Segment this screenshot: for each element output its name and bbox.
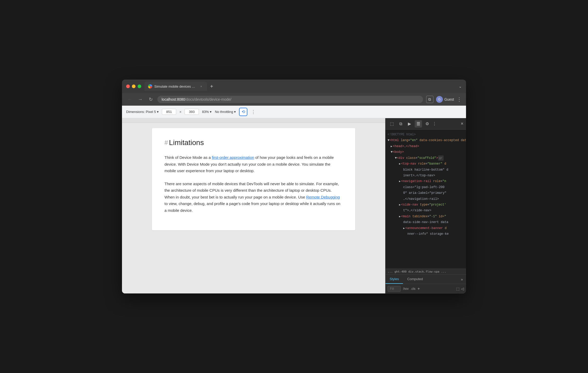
html-tag: <html [389,138,399,143]
avatar-label: Guest [444,97,454,101]
address-bar-actions: ⧉ G Guest ⋮ [426,96,462,103]
throttle-chevron-icon: ▾ [234,110,236,114]
throttle-select[interactable]: No throttling ▾ [215,110,236,114]
height-input[interactable] [185,109,199,115]
collapse-icon[interactable]: ▼ [395,155,397,161]
html-line: ▶ <main tabindex="-1" id=" [387,214,465,219]
device-mode-icon: ⧉ [399,122,402,126]
elements-icon: ☰ [416,121,420,126]
html-line: nner--info" storage-ke [387,231,465,237]
expand-icon[interactable]: ▶ [399,179,401,184]
breadcrumb-text: ... ght-400 div.stack.flow-spa ... [388,270,446,273]
devtools-inspect-button[interactable]: ⬚ [388,120,395,128]
traffic-lights [126,85,141,88]
url-text: localhost:8080/docs/devtools/device-mode… [162,97,231,101]
doctype-text: <!DOCTYPE html> [388,132,416,137]
styles-tab-label: Styles [390,277,399,281]
zoom-select[interactable]: 83% ▾ [202,110,212,114]
new-tab-button[interactable]: + [208,83,215,90]
head-tag: <head> [393,144,404,149]
html-line: t">…</side-nav> [387,208,465,213]
arrow-icon: ▶ [408,121,411,126]
devtools-close-button[interactable]: × [461,121,463,127]
para2-link[interactable]: Remote Debugging [306,195,340,199]
para1-link[interactable]: first-order approximation [212,155,254,160]
html-line: 0" aria-label="primary" [387,190,465,196]
tab-bar: Simulate mobile devices with D × + ⌄ [144,82,462,91]
settings-icon: ⚙ [425,121,429,126]
devtools-device-button[interactable]: ⧉ [397,120,404,128]
html-line: ▶ <side-nav type="project' [387,202,465,208]
html-line: ▶ <navigation-rail role="n [387,178,465,184]
tab-close-button[interactable]: × [199,84,203,88]
active-tab[interactable]: Simulate mobile devices with D × [144,82,207,91]
devtools-settings-button[interactable]: ⚙ [424,120,431,128]
style-filter-input[interactable] [388,286,401,292]
address-bar: ← → ↻ localhost:8080/docs/devtools/devic… [122,93,466,106]
expand-icon[interactable]: ▶ [403,226,405,231]
computed-style-icon[interactable]: ⬚ [456,287,460,291]
forward-button[interactable]: → [137,97,144,102]
heading-text: Limitations [169,139,204,147]
add-style-button[interactable]: + [418,286,420,291]
devtools-arrow-button[interactable]: ▶ [406,120,413,128]
devtools-more-button[interactable]: ⋮ [432,121,437,126]
url-bar[interactable]: localhost:8080/docs/devtools/device-mode… [157,96,423,103]
expand-icon[interactable]: ▶ [391,144,392,149]
simulated-page: # Limitations Think of Device Mode as a … [122,118,385,293]
devtools-html-content: <!DOCTYPE html> ▼ <html lang="en" data-c… [385,130,466,269]
expand-icon[interactable]: ▶ [399,203,401,207]
page-card: # Limitations Think of Device Mode as a … [152,128,355,230]
back-button[interactable]: ← [126,97,133,102]
collapse-icon[interactable]: ▼ [391,149,393,155]
page-paragraph-2: There are some aspects of mobile devices… [164,181,343,214]
html-line: ▼ <html lang="en" data-cookies-accepted … [387,137,465,143]
expand-icon[interactable]: ▶ [399,214,401,219]
hover-filter-button[interactable]: :hov [403,287,409,291]
main-area: # Limitations Think of Device Mode as a … [122,118,466,293]
html-line: ▶ <head> … </head> [387,143,465,149]
collapse-icon[interactable]: ▼ [388,138,389,143]
inspect-icon: ⬚ [390,121,394,126]
html-line: ▶ <announcement-banner d [387,225,465,231]
rotate-button[interactable]: ⟲ [239,108,247,116]
page-paragraph-1: Think of Device Mode as a first-order ap… [164,154,343,174]
device-toolbar-more-button[interactable]: ⋮ [251,109,256,115]
tab-chevron-icon[interactable]: ⌄ [459,84,462,88]
browser-window: Simulate mobile devices with D × + ⌄ ← →… [122,80,466,293]
devtools-elements-tab[interactable]: ☰ [415,120,422,128]
dimensions-label: Dimensions: Pixel 5 [126,110,156,114]
computed-tab[interactable]: Computed [403,275,427,284]
page-content: # Limitations Think of Device Mode as a … [122,123,385,293]
html-line: <!DOCTYPE html> [387,132,465,137]
throttle-label: No throttling [215,110,233,114]
devtools-filter-bar: :hov .cls + ⬚ ◁ [385,284,466,293]
html-line: class="lg:pad-left-200 [387,184,465,190]
html-line: …</navigation-rail> [387,196,465,202]
close-button[interactable] [126,85,130,88]
filter-icons: ⬚ ◁ [456,287,464,291]
heading-hash: # [164,139,168,146]
url-path: /docs/devtools/device-mode/ [185,97,231,101]
ruler-top [122,118,385,123]
html-line: block hairline-bottom" d [387,167,465,173]
title-bar: Simulate mobile devices with D × + ⌄ [122,80,466,93]
page-heading: # Limitations [164,139,343,147]
dimensions-select[interactable]: Dimensions: Pixel 5 ▾ [126,110,159,114]
rotate-icon: ⟲ [242,109,245,114]
reload-button[interactable]: ↻ [147,97,154,102]
cls-filter-button[interactable]: .cls [411,287,415,291]
expand-icon[interactable]: ▶ [399,162,401,166]
chrome-favicon-icon [148,84,152,88]
browser-more-button[interactable]: ⋮ [457,96,462,103]
styles-tab[interactable]: Styles [385,275,403,284]
html-line: ▶ <top-nav role="banner" d [387,161,465,167]
minimize-button[interactable] [132,85,136,88]
profile-button[interactable]: G Guest [436,96,454,103]
html-line: ▼ <div class="scaffold" > gr [387,155,465,161]
split-screen-button[interactable]: ⧉ [426,96,433,103]
width-input[interactable] [162,109,176,115]
toggle-sidebar-icon[interactable]: ◁ [461,287,464,291]
maximize-button[interactable] [138,85,141,88]
tabs-more-button[interactable]: » [458,277,466,281]
